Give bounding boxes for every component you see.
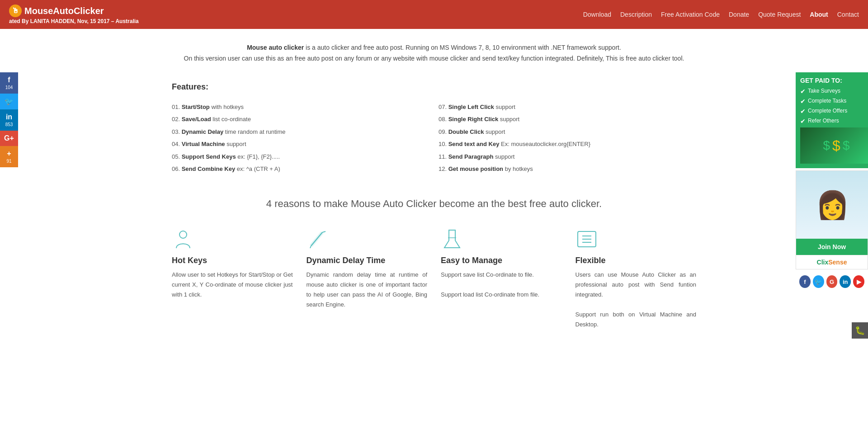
reason-delay: Dynamic Delay Time Dynamic random delay … [307, 228, 428, 330]
ad-box: GET PAID TO: ✔ Take Surveys ✔ Complete T… [796, 72, 868, 168]
feature-1: 01. Start/Stop with hotkeys [172, 101, 429, 113]
reason-hotkeys: Hot Keys Allow user to set Hotkeys for S… [172, 228, 293, 330]
ad-item-surveys: ✔ Take Surveys [800, 88, 863, 95]
social-sidebar: f 104 🐦 in 853 G+ + 91 [0, 72, 18, 167]
person-emoji: 👩 [816, 189, 849, 221]
features-right: 07. Single Left Click support 08. Single… [439, 101, 696, 175]
social-bottom-row: f 🐦 G in ▶ [796, 272, 868, 292]
yt-circle[interactable]: ▶ [853, 275, 864, 288]
ad-item-tasks: ✔ Complete Tasks [800, 98, 863, 105]
reasons-section: 4 reasons to make Mouse Auto Clicker bec… [172, 198, 696, 330]
bars-icon [576, 228, 598, 250]
dollar-icon-3: $ [843, 138, 850, 153]
flexible-title: Flexible [576, 256, 697, 265]
reasons-title: 4 reasons to make Mouse Auto Clicker bec… [172, 198, 696, 210]
linkedin-icon: in [6, 113, 12, 121]
feature-4: 04. Virtual Machine support [172, 138, 429, 151]
flask-icon [441, 228, 463, 250]
intro-text-2: On this version user can use this as an … [172, 53, 696, 64]
feature-3: 03. Dynamic Delay time random at runtime [172, 126, 429, 138]
dollar-icon-1: $ [823, 138, 830, 153]
ad-item-refer: ✔ Refer Others [800, 118, 863, 125]
check-icon-4: ✔ [800, 118, 806, 125]
intro-text-1: is a auto clicker and free auto post. Ru… [304, 44, 621, 51]
reason-manage: Easy to Manage Support save list Co-ordi… [441, 228, 562, 330]
reasons-grid: Hot Keys Allow user to set Hotkeys for S… [172, 228, 696, 330]
bug-icon[interactable]: 🐛 [852, 322, 868, 339]
li-circle[interactable]: in [840, 275, 851, 288]
nav-download[interactable]: Download [583, 11, 611, 18]
ad-item-surveys-label: Take Surveys [808, 88, 840, 94]
logo-text: MouseAutoClicker [24, 6, 104, 16]
svg-line-4 [311, 232, 322, 246]
twitter-share-button[interactable]: 🐦 [0, 94, 18, 109]
feature-10: 10. Send text and Key Ex: mouseautoclick… [439, 138, 696, 151]
manage-title: Easy to Manage [441, 256, 562, 265]
dollar-icon-2: $ [832, 137, 840, 154]
logo-icon: 🖱 [9, 5, 22, 17]
feature-11: 11. Send Paragraph support [439, 151, 696, 163]
clixsense-logo: ClixSense [796, 255, 868, 269]
features-section: Features: 01. Start/Stop with hotkeys 02… [172, 82, 696, 175]
linkedin-count: 853 [5, 122, 13, 127]
join-now-button[interactable]: Join Now [796, 239, 868, 255]
fb-circle[interactable]: f [799, 275, 811, 288]
delay-text: Dynamic random delay time at runtime of … [307, 270, 428, 310]
flexible-text: Users can use Mouse Auto Clicker as an p… [576, 270, 697, 330]
right-sidebar: GET PAID TO: ✔ Take Surveys ✔ Complete T… [796, 72, 868, 292]
rated-by: ated By LANITA HADDEN, Nov, 15 2017 – Au… [9, 18, 139, 24]
googleplus-icon: G+ [4, 134, 14, 142]
twitter-icon: 🐦 [5, 97, 14, 106]
nav-activation[interactable]: Free Activation Code [661, 11, 720, 18]
feature-8: 08. Single Right Click support [439, 113, 696, 126]
ad-item-offers-label: Complete Offers [808, 108, 847, 114]
svg-point-0 [179, 231, 187, 238]
pencil-icon [307, 228, 329, 250]
woman-image: 👩 [796, 171, 868, 239]
person-icon [172, 228, 194, 250]
check-icon-2: ✔ [800, 98, 806, 105]
svg-line-3 [310, 246, 311, 248]
header: 🖱 MouseAutoClicker ated By LANITA HADDEN… [0, 0, 868, 29]
linkedin-share-button[interactable]: in 853 [0, 109, 18, 131]
feature-7: 07. Single Left Click support [439, 101, 696, 113]
googleplus-share-button[interactable]: G+ [0, 131, 18, 146]
feature-6: 06. Send Combine Key ex: ^a (CTR + A) [172, 163, 429, 175]
features-title: Features: [172, 82, 696, 92]
clixsense-box: 👩 Join Now ClixSense [796, 170, 868, 269]
nav-contact[interactable]: Contact [837, 11, 859, 18]
gp-circle[interactable]: G [826, 275, 838, 288]
nav-quote[interactable]: Quote Request [758, 11, 801, 18]
clix-brand: Clix [817, 259, 829, 266]
feature-5: 05. Support Send Keys ex: {F1}, {F2}....… [172, 151, 429, 163]
check-icon-1: ✔ [800, 88, 806, 95]
plus-count: 91 [6, 159, 11, 164]
hotkeys-title: Hot Keys [172, 256, 293, 265]
tw-circle[interactable]: 🐦 [813, 275, 824, 288]
money-image: $ $ $ [800, 127, 868, 164]
sense-brand: Sense [828, 259, 847, 266]
plus-icon: + [7, 150, 11, 158]
facebook-share-button[interactable]: f 104 [0, 72, 18, 94]
intro-text: Mouse auto clicker is a auto clicker and… [172, 42, 696, 64]
feature-9: 09. Double Click support [439, 126, 696, 138]
facebook-count: 104 [5, 85, 13, 90]
ad-item-offers: ✔ Complete Offers [800, 108, 863, 115]
ad-title: GET PAID TO: [800, 77, 863, 84]
intro-bold: Mouse auto clicker [247, 44, 304, 51]
nav-donate[interactable]: Donate [729, 11, 749, 18]
facebook-icon: f [8, 76, 10, 84]
header-left: 🖱 MouseAutoClicker ated By LANITA HADDEN… [9, 5, 139, 24]
ad-item-tasks-label: Complete Tasks [808, 98, 846, 104]
manage-text: Support save list Co-ordinate to file.Su… [441, 270, 562, 300]
main-content: Mouse auto clicker is a auto clicker and… [163, 29, 705, 343]
feature-12: 12. Get mouse position by hotkeys [439, 163, 696, 175]
hotkeys-text: Allow user to set Hotkeys for Start/Stop… [172, 270, 293, 300]
feature-2: 02. Save/Load list co-ordinate [172, 113, 429, 126]
nav-about[interactable]: About [810, 11, 828, 18]
nav-description[interactable]: Description [620, 11, 652, 18]
plus-share-button[interactable]: + 91 [0, 146, 18, 167]
main-nav: Download Description Free Activation Cod… [583, 11, 859, 18]
logo[interactable]: 🖱 MouseAutoClicker [9, 5, 139, 17]
delay-title: Dynamic Delay Time [307, 256, 428, 265]
